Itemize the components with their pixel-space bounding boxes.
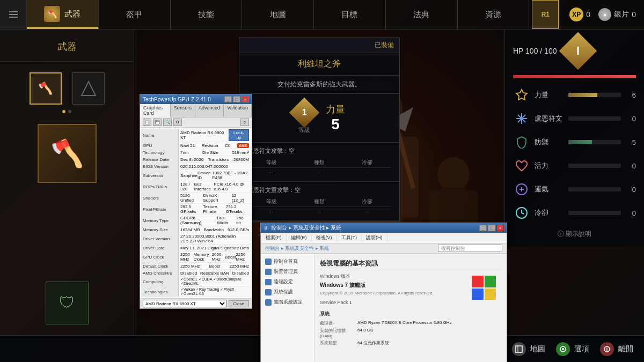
sysinfo-close[interactable]: × [496,225,504,231]
weapon-name: 利維坦之斧 [239,53,399,76]
left-panel-weapons: 武器 🪓 🪓 🛡 [0,29,134,362]
sysinfo-minimize[interactable]: _ [479,225,487,231]
gpuz-tab-sensors[interactable]: Sensors [171,104,195,117]
sysinfo-breadcrumb-text[interactable]: 控制台 ▸ 系統及安全性 ▸ 系統 [265,245,329,252]
stat-bar-container-冷卻 [568,211,621,215]
top-navigation: 🪓 武器 盔甲 技能 地圖 目標 法典 資源 R1 XP 0 ● 銀片 0 [0,0,644,29]
sysinfo-nav-help[interactable]: 說明(H) [362,233,387,242]
gpuz-tool-3[interactable]: 🔍 [163,119,172,126]
weapon-large-icon[interactable]: 🪓 [38,124,97,183]
nav-map[interactable]: 地圖 [242,0,314,29]
bottom-item-slot[interactable]: 🛡 [46,282,89,324]
nav-skills[interactable]: 技能 [171,0,243,29]
gpuz-tool-2[interactable]: 💾 [153,119,162,126]
stat-name-活力: 活力 [535,161,564,171]
nav-armor[interactable]: 盔甲 [99,0,171,29]
gpuz-row-memtype: Memory Type GDDR6 (Samsung) Bus Width 25… [141,215,251,226]
gpuz-close[interactable]: × [241,96,249,102]
sysinfo-main: 檢視電腦的基本資訊 Windows 版本 Windo [314,254,507,362]
力量-stat-icon [513,86,530,104]
svg-marker-17 [82,82,96,95]
gpuz-tab-validation[interactable]: Validation [224,104,252,117]
nav-weapons[interactable]: 🪓 武器 [27,0,99,29]
options-button[interactable]: 選項 [556,342,589,356]
rune-attack-table: 等級 種類 冷卻 -- -- -- [247,158,391,177]
gpuz-maximize[interactable]: □ [233,96,240,102]
main-content: 武器 🪓 🪓 🛡 [0,29,644,362]
nav-codex[interactable]: 法典 [386,0,458,29]
stat-row-力量: 力量6 [513,86,636,104]
gpuz-tool-5[interactable]: ? [240,119,249,126]
win-logo-yellow [485,289,496,300]
gpuz-minimize[interactable]: _ [224,96,232,102]
sysinfo-window: 🖥 控制台 ▸ 系統及安全性 ▸ 系統 _ □ × 檔案(F) 編輯(E) 檢視… [260,223,507,362]
stat-value-力量: 6 [625,91,636,99]
sysinfo-nav: 檔案(F) 編輯(E) 檢視(V) 工具(T) 說明(H) [261,233,507,243]
活力-stat-icon [513,157,530,174]
r1-button[interactable]: R1 [532,0,559,29]
stat-bar-container-力量 [568,93,621,97]
gpuz-close-button[interactable]: Close [229,300,249,307]
sysinfo-nav-file[interactable]: 檔案(F) [261,233,287,242]
gpuz-row-memsize: Memory Size 16384 MB Bandwidth 512.0 GB/… [141,226,251,233]
sysinfo-nav-tools[interactable]: 工具(T) [337,233,362,242]
coins-display: ● 銀片 0 [598,8,636,21]
stat-name-防禦: 防禦 [535,137,564,147]
map-button[interactable]: 地圖 [512,342,545,356]
options-icon [556,342,570,356]
nav-resources[interactable]: 資源 [458,0,530,29]
weapon-slot-secondary[interactable] [72,72,105,105]
sysinfo-nav-view[interactable]: 檢視(V) [312,233,337,242]
sysinfo-sidebar-item-2[interactable]: 遠端設定 [261,277,314,287]
currency-section: XP 0 ● 銀片 0 [561,8,644,21]
stat-name-冷卻: 冷卻 [535,208,564,218]
gpuz-window: TechPowerUp GPU-Z 2.41.0 _ □ × Graphics … [140,94,252,309]
sysinfo-search-input[interactable] [438,245,502,252]
weapon-slot-axe[interactable]: 🪓 [30,72,62,105]
gpuz-row-clocks: GPU Clock 2250 MHz Memory Clock 2000 MHz… [141,252,251,263]
stat-value-運氣: 0 [625,186,636,194]
stat-value-活力: 0 [625,162,636,170]
sysinfo-sidebar-item-0[interactable]: 控制台首頁 [261,256,314,267]
amd-logo: AMD [237,143,249,148]
stat-row-盧恩符文: 盧恩符文0 [513,110,636,127]
stats-container: 力量6盧恩符文0防禦5活力0運氣0冷卻0 [513,86,636,221]
gpuz-row-driver: Driver Version 27.20.20903.8001 (Adrenal… [141,233,251,245]
gpuz-content: Name AMD Radeon RX 6900 XT Look-up GPU N… [140,128,252,298]
weapon-detail-panel: 已裝備 利維坦之斧 交付給克雷多斯的強大武器。 1 等級 力量 5 盧恩符文攻擊… [239,38,400,221]
stat-row-防禦: 防禦5 [513,134,636,151]
show-description-button[interactable]: ⓘ 顯示說明 [513,230,636,239]
rune-attack-section: 盧恩符文攻擊：空 等級 種類 冷卻 -- -- -- [239,143,399,182]
sysinfo-sidebar-item-4[interactable]: 進階系統設定 [261,297,314,307]
hp-bar [513,75,636,78]
sysinfo-maximize[interactable]: □ [488,225,495,231]
stat-value-防禦: 5 [625,138,636,146]
gpuz-row-crossfire: AMD CrossFire Disabled Resizable BAR Dis… [141,270,251,277]
sysinfo-nav-edit[interactable]: 編輯(E) [287,233,312,242]
weapon-slots: 🪓 [0,62,134,115]
gpuz-row-name: Name AMD Radeon RX 6900 XT Look-up [141,129,251,142]
nav-back-button[interactable] [0,0,27,29]
sysinfo-sidebar-item-3[interactable]: 系統保護 [261,287,314,297]
gpuz-lookup-button[interactable]: Look-up [229,129,249,141]
sysinfo-processor-row: 處理器 AMD Ryzen 7 5800X 8-Core Processor 3… [320,320,501,326]
gpuz-row-shaders: Shaders 5120 Unified DirectX Support 12 … [141,193,251,204]
sysinfo-sidebar-item-1[interactable]: 裝置管理員 [261,267,314,277]
stat-value-盧恩符文: 0 [625,115,636,123]
gpuz-tool-1[interactable]: 📋 [143,119,151,126]
weapon-level-dots [0,110,134,113]
gpuz-row-release: Release Date Dec 8, 2020 Transistors 268… [141,156,251,163]
leave-button[interactable]: 離開 [600,342,633,356]
sysinfo-breadcrumb: 控制台 ▸ 系統及安全性 ▸ 系統 [261,243,507,254]
stat-bar-container-活力 [568,164,621,168]
stat-name-運氣: 運氣 [535,184,564,194]
gpuz-row-rops: ROPs/TMUs 128 / 320 Bus Interface PCIe x… [141,181,251,193]
center-area: 已裝備 利維坦之斧 交付給克雷多斯的強大武器。 1 等級 力量 5 盧恩符文攻擊… [134,29,504,335]
nav-objectives[interactable]: 目標 [314,0,386,29]
gpuz-tab-graphics-card[interactable]: Graphics Card [140,104,171,117]
gpuz-tool-4[interactable]: ⚙ [173,119,182,126]
gpuz-tab-advanced[interactable]: Advanced [195,104,224,117]
gpuz-row-pixel: Pixel Fillrate 292.5 GPixel/s Texture Fi… [141,204,251,215]
rune-heavy-section: 盧恩符文重攻擊：空 等級 種類 冷卻 -- -- -- [239,182,399,221]
gpuz-gpu-select[interactable]: AMD Radeon RX 6900 XT [143,300,227,307]
